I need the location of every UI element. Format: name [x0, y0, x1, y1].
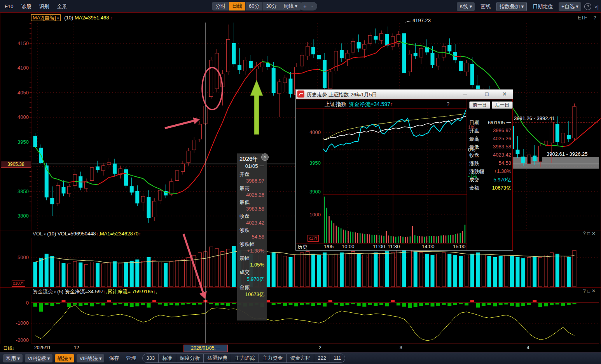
tooltip-row-收盘: 收盘4023.42	[239, 213, 264, 226]
vol-selector[interactable]: VOL▾	[33, 231, 46, 237]
toolbar-button-指数叠加[interactable]: 指数叠加 ▾	[496, 2, 527, 11]
tab-30分[interactable]: 30分	[263, 2, 280, 10]
toolbar-button-+自选[interactable]: +自选 ▾	[559, 2, 581, 11]
stats-row-日期: 日期6/01/05 一	[469, 119, 512, 127]
stats-row-最低: 最低3983.58	[469, 144, 512, 152]
time-axis: 日线↓ 2025/1112234 2026/01/05,一	[0, 344, 601, 352]
volume-indicator-header: VOL▾ (10) VOL=596950448↑,MA1=523462870↑	[33, 231, 141, 237]
collapse-panel-icon[interactable]: >|	[594, 4, 599, 10]
index-name-label: 上证指数	[325, 101, 346, 108]
prev-day-button[interactable]: 前一日	[469, 101, 490, 109]
xtick-12: 12	[74, 345, 79, 350]
flow-panel-controls[interactable]: ?□✕	[583, 288, 597, 294]
time-label-11:00: 11:00	[373, 244, 385, 249]
flow-indicator-header: 资金流变▾ (5) 资金净流=34.597↑,累计净流=-759.9165↑,	[33, 288, 157, 295]
window-title: 历史走势-上证指数-26年1月5日	[307, 91, 377, 98]
ma2-selector[interactable]: MA2[自编]▾	[31, 14, 61, 21]
xtick-2025/11: 2025/11	[34, 345, 51, 350]
history-tab[interactable]: 历史	[297, 244, 307, 251]
ma2-value: MA2=3951.468	[75, 15, 109, 21]
next-day-button[interactable]: 后一日	[492, 101, 513, 109]
segment-主力资金[interactable]: 主力资金	[259, 354, 287, 362]
pct-axis-0%: 0%	[468, 147, 475, 153]
zoom-buttons: + -	[299, 2, 317, 10]
intraday-axis-3950: 3950	[304, 160, 321, 166]
close-icon[interactable]: ✕	[502, 91, 507, 97]
xtick-3: 3	[400, 345, 402, 350]
time-label-1/05: 1/05	[324, 244, 334, 249]
time-label-14:00: 14:00	[422, 244, 435, 249]
axis-label-4150: 4150	[1, 40, 29, 46]
tooltip-row-最低: 最低3983.58	[239, 199, 264, 212]
bottom-dropdown-VIP战法[interactable]: VIP战法 ▾	[77, 354, 104, 362]
axis-label-3800: 3800	[1, 213, 29, 219]
window-content: 上证指数 资金净流=34.597↑ ? 前一日 后一日 日期6/01/05 一开…	[296, 99, 513, 250]
chart-help-icon[interactable]: ?	[447, 101, 449, 107]
vol-panel-controls[interactable]: ?□✕	[583, 231, 597, 236]
stats-row-收盘: 收盘4023.42	[469, 152, 512, 160]
intraday-axis-4000: 4000	[304, 129, 321, 135]
bottom-link-保存[interactable]: 保存	[107, 355, 121, 362]
bottom-dropdown-常用[interactable]: 常用 ▾	[3, 354, 23, 362]
tab-60分[interactable]: 60分	[246, 2, 263, 10]
segment-标准[interactable]: 标准	[159, 354, 176, 362]
intraday-axis-3900: 3900	[304, 189, 321, 195]
segment-主力追踪[interactable]: 主力追踪	[231, 354, 259, 362]
peak-price-label: 4197.23	[412, 17, 431, 23]
segment-111[interactable]: 111	[330, 354, 345, 362]
top-menu-0[interactable]: F10	[1, 0, 17, 9]
stats-row-涨跌: 涨跌54.58	[469, 160, 512, 168]
capital-flow-chart[interactable]	[0, 295, 601, 344]
tab-日线[interactable]: 日线	[229, 2, 246, 10]
top-menu-left: F10诊股识别全景	[1, 0, 71, 10]
tooltip-row-开盘: 开盘3986.97	[239, 171, 264, 184]
intraday-vol-axis: 1000	[304, 212, 321, 218]
help-icon[interactable]: ?	[584, 3, 591, 10]
stats-row-最高: 最高4025.26	[469, 136, 512, 144]
intraday-vol-unit: x1万	[307, 235, 319, 242]
stats-row-金额: 金额10673亿	[469, 185, 512, 193]
stats-row-开盘: 开盘3986.97	[469, 127, 512, 136]
tooltip-row-震幅: 震幅1.05%	[239, 255, 264, 268]
template-segments: 333标准深度分析益盟经典主力追踪主力资金资金方程222111	[142, 354, 345, 363]
tooltip-row-金额: 金额10673亿	[239, 284, 264, 298]
bottom-dropdown-VIP指标[interactable]: VIP指标 ▾	[25, 354, 52, 362]
segment-深度分析[interactable]: 深度分析	[176, 354, 204, 362]
top-menu-3[interactable]: 全景	[53, 0, 71, 10]
maximize-icon[interactable]: □	[485, 91, 488, 97]
vol-unit-label: x10万	[12, 280, 25, 287]
minimize-icon[interactable]: ─	[463, 91, 467, 97]
app-icon	[297, 91, 305, 98]
tab-分时[interactable]: 分时	[212, 2, 229, 10]
tooltip-close-icon[interactable]: ✕	[261, 153, 269, 161]
toolbar-button-画线[interactable]: 画线	[478, 2, 493, 11]
top-toolbar-right: K线 ▾画线指数叠加 ▾日期定位+自选 ▾?>|	[457, 2, 599, 11]
top-menu-2[interactable]: 识别	[35, 0, 53, 10]
bottom-dropdown-战法[interactable]: 战法 ▾	[55, 354, 74, 362]
zoom-out-button[interactable]: -	[311, 3, 313, 10]
toolbar-button-K线[interactable]: K线 ▾	[457, 2, 475, 11]
segment-333[interactable]: 333	[143, 354, 159, 362]
axis-label-4100: 4100	[1, 65, 29, 71]
period-indicator[interactable]: 日线↓	[3, 345, 15, 352]
flow-selector[interactable]: 资金流变▾	[33, 289, 56, 294]
segment-益盟经典[interactable]: 益盟经典	[204, 354, 231, 362]
window-titlebar[interactable]: 历史走势-上证指数-26年1月5日 ─ □ ✕	[296, 90, 513, 99]
top-toolbar: F10诊股识别全景 分时日线60分30分周线 ▾ + - K线 ▾画线指数叠加 …	[0, 0, 601, 13]
period-tabs: 分时日线60分30分周线 ▾	[212, 2, 301, 10]
tab-周线[interactable]: 周线 ▾	[280, 2, 301, 10]
tooltip-year: 2026年	[239, 155, 264, 163]
vol-axis-label: 5000	[1, 254, 29, 260]
ma2-indicator-header: MA2[自编]▾ (10) MA2=3951.468 ↑	[31, 14, 113, 21]
top-menu-1[interactable]: 诊股	[17, 0, 35, 10]
segment-资金方程[interactable]: 资金方程	[287, 354, 314, 362]
axis-label-4000: 4000	[1, 114, 29, 120]
zoom-in-button[interactable]: +	[303, 3, 307, 10]
flow-axis--2000: -2000	[1, 337, 29, 343]
bottom-link-管理[interactable]: 管理	[124, 355, 138, 362]
segment-222[interactable]: 222	[314, 354, 330, 362]
ma2-param: (10)	[64, 15, 73, 21]
toolbar-button-日期定位[interactable]: 日期定位	[530, 2, 556, 11]
prev-close-price-marker: 3905.38	[1, 161, 31, 168]
tooltip-row-最高: 最高4025.26	[239, 185, 264, 198]
